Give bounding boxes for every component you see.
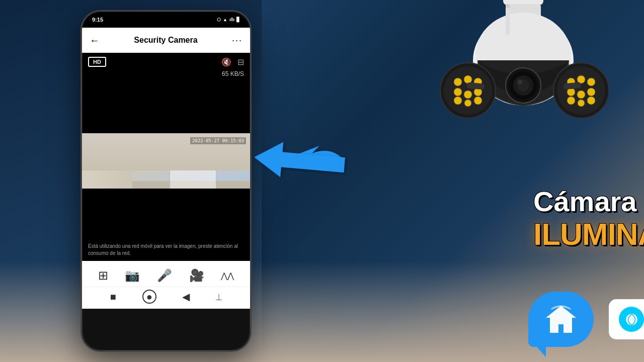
svg-point-32 [517, 79, 522, 84]
svg-point-23 [577, 90, 585, 99]
svg-point-9 [464, 75, 472, 83]
video-btn[interactable]: 🎥 [189, 268, 204, 283]
svg-point-24 [587, 88, 595, 96]
status-time: 9:15 [92, 17, 103, 23]
battery-icon: ▊ [236, 17, 240, 22]
video-area: HD 🔇 ⊟ 65 KB/S [82, 53, 250, 239]
record-btn[interactable]: ● [142, 290, 156, 304]
warning-message: Está utilizando una red móvil para ver l… [82, 239, 250, 261]
text-overlay: Cámara de seguridad ILUMINACIÓN EXTRA [533, 186, 644, 251]
svg-rect-36 [506, 4, 510, 8]
right-content: Cámara de seguridad ILUMINACIÓN EXTRA [262, 0, 644, 362]
video-black-bottom [82, 189, 250, 239]
phone-frame: 9:15 ⬡ ▲ ıllı ▊ ← Security Camera ··· HD… [80, 10, 252, 352]
alexa-icon [623, 311, 640, 328]
phone-mockup: 9:15 ⬡ ▲ ıllı ▊ ← Security Camera ··· HD… [80, 10, 252, 352]
svg-point-25 [567, 97, 575, 105]
svg-point-15 [464, 100, 471, 107]
main-title: Cámara de seguridad [533, 186, 644, 217]
alexa-circle [619, 307, 644, 332]
photo-btn[interactable]: 📷 [125, 268, 140, 283]
svg-point-27 [587, 97, 595, 105]
camera-title: Security Camera [134, 36, 197, 45]
svg-point-14 [454, 97, 462, 105]
timestamp: 2022-05-27 09:15:03 [190, 137, 246, 144]
stop-btn[interactable]: ■ [110, 291, 116, 303]
bluetooth-icon: ⬡ [217, 17, 221, 22]
svg-point-8 [454, 78, 462, 86]
svg-point-21 [587, 78, 595, 86]
controls-row-2: ■ ● ◀ ⟂ [82, 287, 250, 306]
mute-icon[interactable]: 🔇 [221, 57, 231, 67]
fullscreen-icon[interactable]: ⊟ [237, 57, 244, 67]
app-header: ← Security Camera ··· [82, 28, 250, 53]
status-icons: ⬡ ▲ ıllı ▊ [217, 17, 240, 22]
settings-ctrl-btn[interactable]: ⟂ [216, 291, 222, 303]
svg-point-39 [626, 314, 637, 325]
controls-row-1: ⊞ 📷 🎤 🎥 ⋀⋀ [82, 266, 250, 285]
svg-point-20 [577, 75, 585, 83]
status-bar: 9:15 ⬡ ▲ ıllı ▊ [82, 12, 250, 28]
camera-product [428, 0, 619, 191]
more-button[interactable]: ··· [232, 35, 243, 46]
smart-life-logo-container [528, 292, 594, 347]
sub-title: ILUMINACIÓN EXTRA [533, 217, 644, 251]
svg-point-12 [464, 90, 472, 99]
speed-indicator: 65 KB/S [222, 70, 244, 77]
mic-btn[interactable]: 🎤 [157, 268, 172, 283]
video-controls-top: HD 🔇 ⊟ [82, 53, 250, 71]
smart-life-icon [541, 302, 581, 337]
smart-life-logo [528, 292, 594, 347]
svg-rect-35 [506, 5, 510, 35]
amazon-alexa-logo: amazon alexa [609, 299, 644, 339]
more-controls-btn[interactable]: ⋀⋀ [221, 271, 234, 281]
screenshot-btn[interactable]: ⊞ [98, 268, 108, 283]
back-media-btn[interactable]: ◀ [182, 291, 190, 303]
back-button[interactable]: ← [90, 35, 100, 46]
wifi-icon: ıllı [229, 17, 234, 22]
svg-point-11 [454, 88, 462, 96]
camera-product-svg [428, 0, 619, 191]
bottom-controls: ⊞ 📷 🎤 🎥 ⋀⋀ ■ ● ◀ ⟂ [82, 261, 250, 309]
svg-point-16 [474, 97, 482, 105]
hd-badge[interactable]: HD [88, 57, 106, 67]
video-top-right: 🔇 ⊟ [221, 57, 244, 67]
signal-icon: ▲ [223, 17, 227, 22]
brand-logos: amazon alexa [528, 292, 644, 347]
svg-point-26 [578, 100, 585, 107]
